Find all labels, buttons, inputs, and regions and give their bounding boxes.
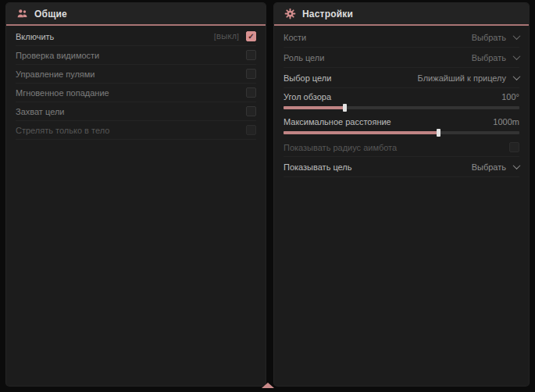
- chevron-down-icon: [513, 162, 521, 169]
- max-distance-slider[interactable]: [284, 131, 519, 134]
- setting-label: Показывать цель: [284, 162, 352, 172]
- slider-fill: [284, 131, 439, 134]
- chevron-down-icon: [513, 73, 521, 80]
- panel-general: Общие Включить [ВЫКЛ] ✓ Проверка видимос…: [6, 3, 266, 386]
- chevron-down-icon: [513, 52, 521, 60]
- target-role-dropdown[interactable]: Выбрать: [472, 53, 519, 62]
- slider-handle[interactable]: [343, 104, 347, 112]
- setting-row-max-distance: Максимальное расстояние 1000m: [284, 113, 519, 138]
- show-target-dropdown[interactable]: Выбрать: [472, 162, 519, 172]
- dropdown-value: Ближайший к прицелу: [418, 73, 506, 83]
- setting-label: Мгновенное попадание: [16, 88, 109, 98]
- bones-dropdown[interactable]: Выбрать: [472, 33, 519, 42]
- setting-row-bullet-control: Управление пулями ✓: [16, 65, 256, 84]
- setting-row-fov: Угол обзора 100°: [284, 88, 519, 113]
- checkbox-visibility-check[interactable]: ✓: [246, 50, 256, 60]
- checkbox-instant-hit[interactable]: ✓: [246, 87, 256, 98]
- setting-row-target-selection: Выбор цели Ближайший к прицелу: [284, 68, 519, 88]
- setting-row-visibility-check: Проверка видимости ✓: [16, 46, 256, 65]
- setting-row-show-target: Показывать цель Выбрать: [284, 157, 519, 177]
- setting-label: Выбор цели: [284, 73, 331, 83]
- target-selection-dropdown[interactable]: Ближайший к прицелу: [418, 73, 519, 83]
- setting-label: Показывать радиус аимбота: [284, 143, 397, 152]
- setting-label: Проверка видимости: [16, 51, 99, 60]
- slider-handle[interactable]: [437, 129, 440, 137]
- setting-label: Управление пулями: [16, 69, 95, 79]
- slider-value: 1000m: [493, 117, 519, 127]
- setting-row-target-lock: Захват цели ✓: [16, 102, 256, 121]
- setting-row-enable: Включить [ВЫКЛ] ✓: [16, 27, 256, 46]
- setting-label: Максимальное расстояние: [284, 117, 391, 127]
- checkmark-icon: ✓: [248, 33, 254, 41]
- dropdown-value: Выбрать: [472, 33, 506, 42]
- setting-row-target-role: Роль цели Выбрать: [284, 48, 519, 68]
- hotkey-state: [ВЫКЛ]: [214, 33, 239, 41]
- gear-icon: [284, 8, 296, 20]
- setting-label: Угол обзора: [284, 92, 331, 102]
- settings-rows: Кости Выбрать Роль цели Выбрать Выбор це…: [274, 26, 529, 179]
- setting-label: Стрелять только в тело: [16, 126, 109, 135]
- panel-title: Настройки: [302, 9, 353, 20]
- panel-settings: Настройки Кости Выбрать Роль цели Выбрат…: [274, 3, 529, 386]
- setting-label: Захват цели: [16, 107, 64, 116]
- setting-row-bones: Кости Выбрать: [284, 27, 519, 48]
- checkbox-show-aimbot-radius[interactable]: ✓: [509, 142, 519, 152]
- setting-label: Роль цели: [284, 53, 324, 62]
- setting-row-body-only: Стрелять только в тело ✓: [16, 121, 256, 140]
- users-icon: [16, 8, 28, 20]
- setting-label: Кости: [284, 33, 306, 42]
- checkbox-enable[interactable]: ✓: [246, 31, 256, 41]
- checkbox-bullet-control[interactable]: ✓: [246, 69, 256, 79]
- dropdown-value: Выбрать: [472, 162, 506, 172]
- panel-settings-header: Настройки: [274, 3, 529, 26]
- setting-label: Включить: [16, 32, 54, 41]
- checkbox-target-lock[interactable]: ✓: [246, 106, 256, 116]
- chevron-down-icon: [513, 32, 521, 40]
- scroll-up-indicator-icon[interactable]: [262, 383, 274, 388]
- setting-row-instant-hit: Мгновенное попадание ✓: [16, 84, 256, 102]
- general-rows: Включить [ВЫКЛ] ✓ Проверка видимости ✓ У…: [6, 26, 266, 141]
- panel-general-header: Общие: [6, 3, 266, 26]
- panel-title: Общие: [34, 9, 67, 20]
- dropdown-value: Выбрать: [472, 53, 506, 62]
- fov-slider[interactable]: [284, 106, 519, 109]
- checkbox-body-only[interactable]: ✓: [246, 125, 256, 135]
- setting-row-show-aimbot-radius: Показывать радиус аимбота ✓: [284, 138, 519, 157]
- slider-fill: [284, 106, 345, 109]
- slider-value: 100°: [501, 92, 519, 102]
